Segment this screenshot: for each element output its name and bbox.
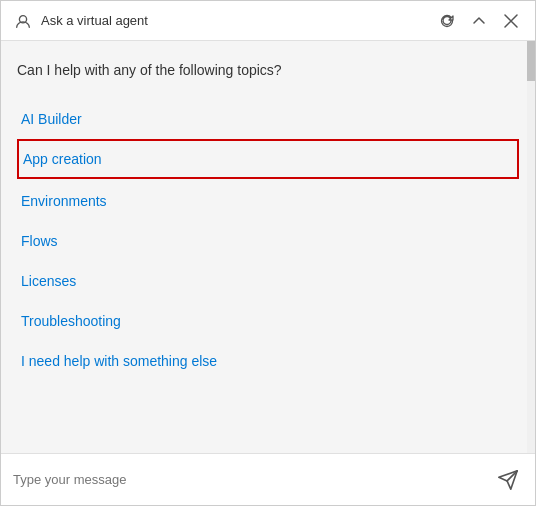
message-input[interactable] — [13, 472, 493, 487]
expand-button[interactable] — [467, 9, 491, 33]
topic-app-creation[interactable]: App creation — [17, 139, 519, 179]
topic-help-else[interactable]: I need help with something else — [17, 341, 519, 381]
topic-environments[interactable]: Environments — [17, 181, 519, 221]
topic-troubleshooting[interactable]: Troubleshooting — [17, 301, 519, 341]
send-button[interactable] — [493, 465, 523, 495]
scrollbar-thumb[interactable] — [527, 41, 535, 81]
scrollbar-track[interactable] — [527, 41, 535, 453]
window-title: Ask a virtual agent — [41, 13, 435, 28]
message-input-area — [1, 453, 535, 505]
topic-ai-builder[interactable]: AI Builder — [17, 99, 519, 139]
chat-area: Can I help with any of the following top… — [1, 41, 535, 453]
title-bar-controls — [435, 9, 523, 33]
title-bar: Ask a virtual agent — [1, 1, 535, 41]
topic-licenses[interactable]: Licenses — [17, 261, 519, 301]
chat-window: Ask a virtual agent Can I help — [0, 0, 536, 506]
refresh-button[interactable] — [435, 9, 459, 33]
topic-list: AI Builder App creation Environments Flo… — [17, 99, 519, 381]
chat-question: Can I help with any of the following top… — [17, 61, 519, 81]
agent-icon — [13, 11, 33, 31]
topic-flows[interactable]: Flows — [17, 221, 519, 261]
close-button[interactable] — [499, 9, 523, 33]
